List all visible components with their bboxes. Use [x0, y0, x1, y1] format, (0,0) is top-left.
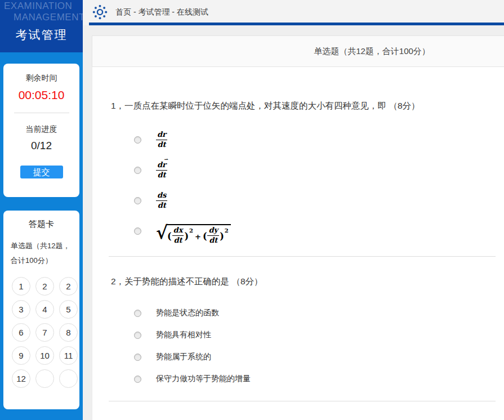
question-circle-4[interactable]: 4	[35, 300, 54, 319]
brand-logo: EXAMINATION MANAGEMENT	[0, 0, 83, 23]
question-circle-6[interactable]: 6	[12, 323, 30, 342]
question-circle-5[interactable]: 5	[59, 300, 78, 319]
question-circle-8[interactable]: 8	[59, 323, 78, 342]
brand-line1: EXAMINATION	[4, 1, 83, 12]
sidebar-header: EXAMINATION MANAGEMENT 考试管理	[0, 0, 83, 52]
radio-button[interactable]	[134, 376, 141, 383]
question-circle-2[interactable]: 2	[35, 277, 54, 296]
question-circle-3[interactable]: 3	[12, 300, 30, 319]
remaining-time-label: 剩余时间	[3, 64, 79, 83]
progress-label: 当前进度	[3, 124, 79, 135]
question-divider	[109, 401, 496, 401]
remaining-time-value: 00:05:10	[3, 88, 79, 102]
progress-value: 0/12	[3, 140, 79, 152]
question-circle-9[interactable]: 9	[12, 346, 30, 365]
question-2-option-b: 势能具有相对性	[134, 329, 211, 341]
question-content-area: 1，一质点在某瞬时位于位矢的端点处，对其速度的大小有四种意见，即 （8分） dr…	[92, 67, 504, 420]
formula-dr-vector-dt: dr⇀ dt	[156, 161, 167, 180]
question-circle-12[interactable]: 12	[12, 369, 30, 388]
sidebar: EXAMINATION MANAGEMENT 考试管理 剩余时间 00:05:1…	[0, 0, 83, 420]
question-circle-empty-2	[59, 369, 78, 388]
formula-sqrt-dxdt2-dydt2: √ ( dx dt ) 2 + ( dy dt ) 2	[156, 221, 231, 242]
answer-card-title: 答题卡	[3, 211, 79, 230]
question-1-option-b: dr⇀ dt	[134, 159, 167, 181]
radio-button[interactable]	[134, 227, 141, 235]
section-header-title: 单选题（共12题，合计100分）	[92, 36, 504, 66]
radio-button[interactable]	[134, 197, 141, 204]
topbar-underline	[89, 23, 504, 25]
question-2-option-a: 势能是状态的函数	[134, 307, 219, 319]
radio-button[interactable]	[134, 167, 141, 174]
question-2-text: 2，关于势能的描述不正确的是 （8分）	[111, 276, 263, 288]
divider	[14, 113, 69, 113]
question-2-option-c: 势能属于系统的	[134, 351, 211, 363]
question-circle-2b[interactable]: 2	[59, 277, 78, 296]
question-number-grid: 1 2 2 3 4 5 6 7 8 9 10 11 12	[3, 268, 79, 388]
radio-button[interactable]	[134, 332, 141, 339]
app-title: 考试管理	[0, 27, 83, 43]
formula-dr-dt: dr dt	[156, 131, 167, 149]
question-circle-1[interactable]: 1	[12, 277, 30, 296]
answer-card: 答题卡 单选题（共12题， 合计100分） 1 2 2 3 4 5 6 7 8 …	[3, 211, 79, 409]
vector-arrow: ⇀	[164, 157, 168, 162]
exam-status-card: 剩余时间 00:05:10 当前进度 0/12 提交	[3, 64, 79, 197]
answer-card-subtitle: 单选题（共12题， 合计100分）	[11, 239, 79, 268]
radio-button[interactable]	[134, 310, 141, 317]
radio-button[interactable]	[134, 136, 141, 144]
question-1-text: 1，一质点在某瞬时位于位矢的端点处，对其速度的大小有四种意见，即 （8分）	[111, 100, 420, 112]
section-header-panel: 单选题（共12题，合计100分）	[92, 35, 504, 67]
submit-button[interactable]: 提交	[20, 166, 63, 178]
brand-line2: MANAGEMENT	[4, 12, 83, 23]
question-circle-empty-1	[35, 369, 54, 388]
answer-card-subtitle-line2: 合计100分）	[11, 253, 79, 268]
question-1-option-a: dr dt	[134, 128, 167, 151]
question-2-option-d: 保守力做功等于势能的增量	[134, 373, 251, 385]
formula-ds-dt: ds dt	[156, 191, 167, 210]
question-circle-10[interactable]: 10	[35, 346, 54, 365]
question-1-option-c: ds dt	[134, 189, 167, 212]
answer-card-subtitle-line1: 单选题（共12题，	[11, 239, 79, 253]
question-circle-7[interactable]: 7	[35, 323, 54, 342]
radio-button[interactable]	[134, 354, 141, 361]
question-circle-11[interactable]: 11	[59, 346, 78, 365]
question-divider	[109, 256, 496, 257]
topbar: 首页 - 考试管理 - 在线测试	[83, 0, 504, 25]
question-1-option-d: √ ( dx dt ) 2 + ( dy dt ) 2	[134, 220, 231, 242]
breadcrumb[interactable]: 首页 - 考试管理 - 在线测试	[115, 7, 208, 17]
sun-icon	[92, 5, 108, 20]
